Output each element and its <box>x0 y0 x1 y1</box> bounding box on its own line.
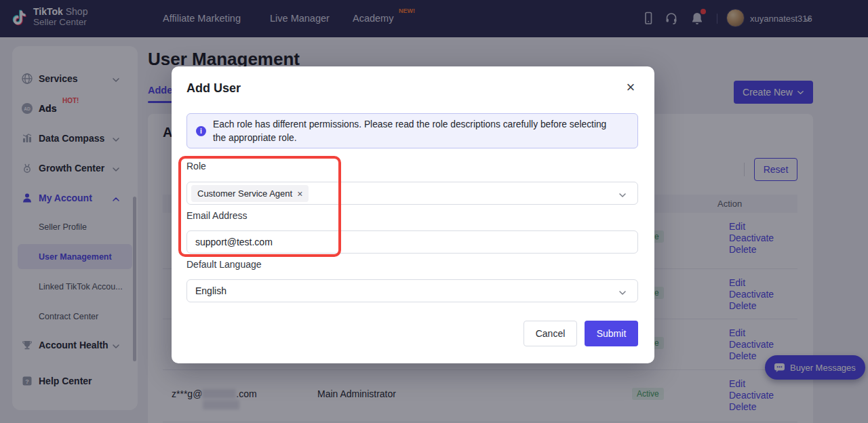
role-select[interactable]: Customer Service Agent × <box>186 182 638 205</box>
tag-remove-icon[interactable]: × <box>297 188 302 199</box>
chevron-down-icon <box>618 287 627 300</box>
cancel-button[interactable]: Cancel <box>524 321 577 346</box>
language-label: Default Language <box>186 259 262 270</box>
close-icon[interactable]: × <box>622 79 639 96</box>
submit-button[interactable]: Submit <box>585 321 638 346</box>
info-banner-text: Each role has different permissions. Ple… <box>213 118 612 145</box>
info-icon: i <box>196 126 206 136</box>
language-value: English <box>195 285 226 296</box>
role-label: Role <box>186 161 206 172</box>
role-tag: Customer Service Agent × <box>191 185 309 202</box>
info-banner: i Each role has different permissions. P… <box>186 113 638 148</box>
email-label: Email Address <box>186 210 247 221</box>
modal-title: Add User <box>186 81 241 96</box>
add-user-modal: Add User × i Each role has different per… <box>172 66 654 363</box>
chevron-down-icon <box>618 190 627 202</box>
language-select[interactable]: English <box>186 279 638 302</box>
email-input[interactable] <box>186 230 638 254</box>
app-window: TikTok Shop Seller Center Affiliate Mark… <box>0 0 868 423</box>
